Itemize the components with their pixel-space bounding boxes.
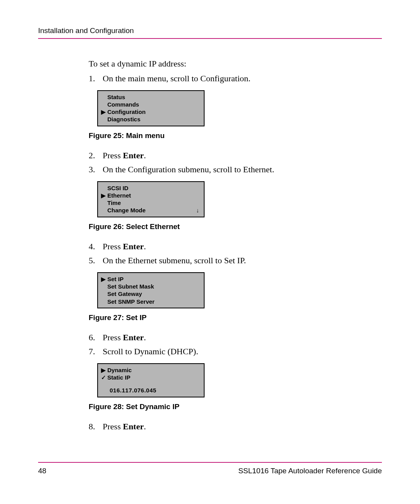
lcd-label: Set IP (107, 275, 201, 283)
lcd-row: ▶ Configuration (101, 108, 201, 116)
body-content: To set a dynamic IP address: 1. On the m… (89, 58, 382, 433)
pointer-icon: ▶ (101, 108, 107, 116)
figure-26-caption: Figure 26: Select Ethernet (89, 221, 382, 232)
step-number: 7. (89, 345, 103, 358)
step-text: On the Configuration submenu, scroll to … (103, 163, 274, 176)
figure-25-caption: Figure 25: Main menu (89, 130, 382, 141)
lcd-label: Time (107, 199, 201, 206)
lcd-label: Set Gateway (107, 290, 201, 298)
intro-text: To set a dynamic IP address: (89, 58, 382, 70)
page-number: 48 (38, 467, 46, 475)
step-7: 7. Scroll to Dynamic (DHCP). (89, 345, 382, 358)
check-icon: ✓ (101, 374, 107, 381)
lcd-row: Set Subnet Mask (101, 283, 201, 290)
step-8: 8. Press Enter. (89, 420, 382, 433)
lcd-label: Ethernet (107, 192, 201, 199)
lcd-row: Status (101, 93, 201, 101)
step-3: 3. On the Configuration submenu, scroll … (89, 163, 382, 176)
figure-26-lcd: SCSI ID ▶ Ethernet Time Change Mode ↓ (97, 181, 205, 217)
lcd-row: Change Mode ↓ (101, 206, 201, 214)
running-head: Installation and Configuration (38, 26, 382, 39)
step-number: 2. (89, 149, 103, 162)
lcd-row: ▶ Ethernet (101, 192, 201, 199)
step-number: 8. (89, 420, 103, 433)
figure-28-lcd: ▶ Dynamic ✓ Static IP 016.117.076.045 (97, 363, 205, 397)
enter-bold: Enter (123, 332, 144, 342)
step-text: On the main menu, scroll to Configuratio… (103, 72, 250, 85)
lcd-label: Status (107, 93, 201, 101)
step-text: Press Enter. (103, 149, 146, 162)
text: . (144, 332, 146, 342)
lcd-row: Set SNMP Server (101, 298, 201, 305)
lcd-label: Commands (107, 101, 201, 108)
step-4: 4. Press Enter. (89, 240, 382, 253)
step-1: 1. On the main menu, scroll to Configura… (89, 72, 382, 85)
enter-bold: Enter (123, 242, 144, 251)
lcd-label: Static IP (107, 374, 201, 381)
figure-27-lcd: ▶ Set IP Set Subnet Mask Set Gateway Set… (97, 272, 205, 308)
step-text: Press Enter. (103, 331, 146, 344)
figure-25-lcd: Status Commands ▶ Configuration Diagnost… (97, 90, 205, 126)
down-arrow-icon: ↓ (196, 206, 201, 214)
lcd-label: SCSI ID (107, 184, 201, 192)
step-text: Scroll to Dynamic (DHCP). (103, 345, 198, 358)
step-5: 5. On the Ethernet submenu, scroll to Se… (89, 254, 382, 267)
lcd-label: Set Subnet Mask (107, 283, 201, 290)
step-number: 6. (89, 331, 103, 344)
text: . (144, 150, 146, 160)
text: . (144, 422, 146, 431)
text: Press (103, 422, 123, 431)
lcd-label: Set SNMP Server (107, 298, 201, 305)
lcd-row: ▶ Dynamic (101, 366, 201, 374)
text: . (144, 242, 146, 251)
step-number: 4. (89, 240, 103, 253)
step-6: 6. Press Enter. (89, 331, 382, 344)
pointer-icon: ▶ (101, 366, 107, 374)
lcd-row: ✓ Static IP (101, 374, 201, 381)
lcd-row: ▶ Set IP (101, 275, 201, 283)
lcd-row: Time (101, 199, 201, 206)
lcd-row: Diagnostics (101, 116, 201, 123)
enter-bold: Enter (123, 150, 144, 160)
step-number: 5. (89, 254, 103, 267)
pointer-icon: ▶ (101, 275, 107, 283)
step-text: On the Ethernet submenu, scroll to Set I… (103, 254, 246, 267)
step-number: 1. (89, 72, 103, 85)
lcd-ip-address: 016.117.076.045 (101, 387, 201, 394)
lcd-label: Diagnostics (107, 116, 201, 123)
lcd-label: Configuration (107, 108, 201, 116)
text: Press (103, 242, 123, 251)
step-text: Press Enter. (103, 240, 146, 253)
enter-bold: Enter (123, 422, 144, 431)
figure-27-caption: Figure 27: Set IP (89, 312, 382, 323)
step-text: Press Enter. (103, 420, 146, 433)
lcd-row: Set Gateway (101, 290, 201, 298)
lcd-row: Commands (101, 101, 201, 108)
figure-28-caption: Figure 28: Set Dynamic IP (89, 401, 382, 412)
page-footer: 48 SSL1016 Tape Autoloader Reference Gui… (38, 462, 382, 475)
step-number: 3. (89, 163, 103, 176)
lcd-row: SCSI ID (101, 184, 201, 192)
pointer-icon: ▶ (101, 192, 107, 199)
document-title: SSL1016 Tape Autoloader Reference Guide (238, 467, 382, 475)
step-2: 2. Press Enter. (89, 149, 382, 162)
lcd-label: Dynamic (107, 366, 201, 374)
text: Press (103, 150, 123, 160)
text: Press (103, 332, 123, 342)
lcd-label: Change Mode (107, 206, 196, 214)
